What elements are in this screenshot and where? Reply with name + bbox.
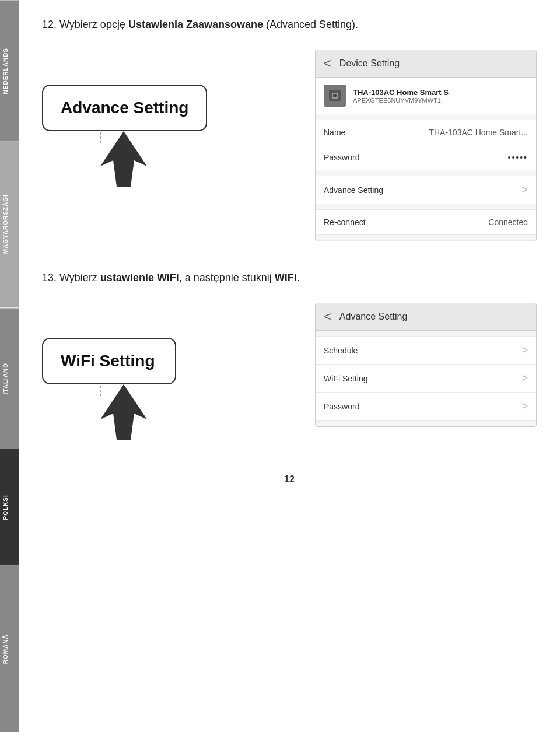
- step-13-phone: < Advance Setting Schedule > WiFi Settin…: [315, 303, 537, 427]
- device-row: THA-103AC Home Smart S APEXGTEE6NUYVM9YM…: [316, 78, 536, 114]
- device-name: THA-103AC Home Smart S: [353, 88, 449, 97]
- chevron-icon-schedule: >: [522, 344, 528, 356]
- phone-gap-2: [316, 170, 536, 176]
- step-13-arrow: [89, 379, 159, 445]
- phone-13-title: Advance Setting: [340, 311, 408, 322]
- chevron-icon-wifi: >: [522, 372, 528, 384]
- advance-setting-bubble: Advance Setting: [42, 85, 207, 131]
- name-value: THA-103AC Home Smart...: [429, 128, 528, 137]
- phone-row-name[interactable]: Name THA-103AC Home Smart...: [316, 120, 536, 145]
- phone-row-password[interactable]: Password •••••: [316, 145, 536, 170]
- phone-13-header: < Advance Setting: [316, 303, 536, 331]
- page-number: 12: [42, 474, 537, 485]
- schedule-label: Schedule: [324, 346, 358, 355]
- password-13-label: Password: [324, 402, 359, 411]
- sidebar-tab-magyarorszagi[interactable]: Magyarországi: [0, 141, 19, 307]
- phone-row-password-13[interactable]: Password >: [316, 393, 536, 421]
- reconnect-label: Re-connect: [324, 218, 366, 227]
- back-icon[interactable]: <: [324, 56, 331, 71]
- step-13-left: WiFi Setting: [42, 303, 298, 445]
- phone-12-title: Device Setting: [340, 58, 400, 69]
- phone-row-reconnect[interactable]: Re-connect Connected: [316, 210, 536, 235]
- back-icon-13[interactable]: <: [324, 309, 331, 324]
- phone-row-wifi-setting[interactable]: WiFi Setting >: [316, 365, 536, 393]
- device-icon: [324, 85, 346, 107]
- sidebar-tab-romana[interactable]: Română: [0, 566, 19, 732]
- svg-marker-1: [100, 131, 147, 187]
- step-13-section: WiFi Setting < Advance Setting Schedule …: [42, 303, 537, 445]
- svg-point-5: [333, 94, 337, 97]
- sidebar-tab-polksi[interactable]: Polksi: [0, 449, 19, 566]
- phone-row-advance-setting[interactable]: Advance Setting >: [316, 176, 536, 204]
- wifi-setting-bubble: WiFi Setting: [42, 338, 176, 384]
- step-12-left: Advance Setting: [42, 50, 298, 192]
- phone-13-gap-0: [316, 331, 536, 337]
- main-content: 12. Wybierz opcję Ustawienia Zaawansowan…: [19, 0, 560, 508]
- reconnect-value: Connected: [488, 218, 528, 227]
- sidebar-tab-nederlands[interactable]: Nederlands: [0, 0, 19, 141]
- advance-setting-label: Advance Setting: [324, 185, 383, 195]
- advance-setting-bubble-text: Advance Setting: [61, 99, 188, 117]
- phone-13-gap-end: [316, 421, 536, 426]
- phone-12-header: < Device Setting: [316, 50, 536, 78]
- chevron-icon-advance: >: [522, 184, 528, 196]
- step-13-heading: 13. Wybierz ustawienie WiFi, a następnie…: [42, 271, 537, 285]
- step-12-phone: < Device Setting THA-103AC Home Smart S …: [315, 50, 537, 241]
- step-12-arrow: [89, 125, 159, 192]
- wifi-setting-bubble-text: WiFi Setting: [61, 352, 155, 370]
- step-12-section: Advance Setting < Device Setting: [42, 50, 537, 241]
- password-dots: •••••: [508, 153, 528, 162]
- sidebar-tab-italiano[interactable]: Italiano: [0, 308, 19, 449]
- phone-gap-3: [316, 204, 536, 210]
- name-label: Name: [324, 128, 345, 137]
- sidebar: Nederlands Magyarországi Italiano Polksi…: [0, 0, 19, 732]
- phone-gap-4: [316, 235, 536, 241]
- wifi-setting-label: WiFi Setting: [324, 374, 368, 383]
- device-info: THA-103AC Home Smart S APEXGTEE6NUYVM9YM…: [353, 88, 449, 104]
- svg-marker-7: [100, 384, 147, 440]
- password-label: Password: [324, 153, 359, 162]
- phone-gap-1: [316, 114, 536, 120]
- step-12-heading: 12. Wybierz opcję Ustawienia Zaawansowan…: [42, 17, 537, 32]
- chevron-icon-password: >: [522, 400, 528, 412]
- phone-row-schedule[interactable]: Schedule >: [316, 337, 536, 365]
- device-id: APEXGTEE6NUYVM9YMWT1: [353, 97, 449, 104]
